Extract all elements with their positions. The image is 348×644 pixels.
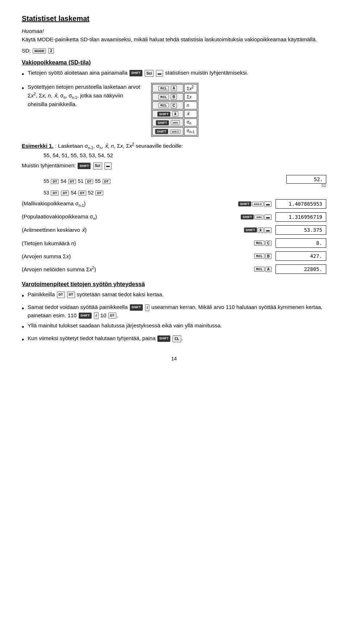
calc-block-3: (Aritmeettinen keskiarvo x̄) SHIFT x̄ ▬ …	[22, 225, 326, 235]
dt-key-2: DT	[68, 179, 76, 184]
warn-text-3: Yllä mainitut tulokset saadaan halutussa…	[28, 322, 326, 330]
xsn-key-b2: xσn	[254, 215, 264, 219]
block-label-3: (Aritmeettinen keskiarvo x̄)	[22, 227, 138, 233]
warning-item-3: • Yllä mainitut tulokset saadaan halutus…	[22, 322, 326, 332]
xsn1-key-b1: xσn-1	[252, 202, 264, 206]
warn-text-4: Kun viimeksi syötetyt tiedot halutaan ty…	[28, 334, 326, 343]
warning-item-4: • Kun viimeksi syötetyt tiedot halutaan …	[22, 334, 326, 345]
block-keys-4: RCL C	[138, 241, 272, 246]
block-result-6: 22805.	[276, 264, 326, 274]
warning-title: Varotoimenpiteet tietojen syötön yhteyde…	[22, 281, 326, 288]
i-warn-2: i	[145, 304, 150, 311]
warning-section: Varotoimenpiteet tietojen syötön yhteyde…	[22, 281, 326, 345]
example-section: Esimerkki 1. : Lasketaan σn-1, σn, x̄, n…	[22, 142, 326, 170]
sd-line: SD: MODE 2	[22, 47, 326, 54]
bullet-text-1: Tietojen syöttö aloitetaan aina painamal…	[28, 69, 326, 77]
block-keys-2: SHIFT xσn ▬	[138, 214, 272, 220]
block-result-3: 53.375	[276, 225, 326, 235]
data-row-2: 53 DT DT 54 DT 52 DT	[44, 190, 326, 196]
warn-dot-2: •	[22, 304, 24, 314]
display-sub-1: SD	[286, 184, 326, 188]
warn-dot-1: •	[22, 291, 24, 301]
block-result-2: 1.316956719	[276, 212, 326, 222]
shift-key-b3: SHIFT	[244, 227, 257, 233]
bullet-section-2: • Syötettyjen tietojen perusteella laske…	[22, 83, 326, 137]
block-label-2: (Populaatiovakiopoikkeama σn)	[22, 213, 138, 221]
cl-warn-4: CL	[173, 335, 181, 342]
example-line-1: Esimerkki 1. : Lasketaan σn-1, σn, x̄, n…	[22, 142, 326, 160]
block-label-4: (Tietojen lukumäärä n)	[22, 240, 138, 246]
shift-key-t1: SHIFT	[157, 112, 170, 117]
dt-key-1: DT	[51, 179, 59, 184]
xsn-key-1: xσn	[171, 120, 180, 125]
dt-key-5: DT	[51, 191, 59, 196]
rcl-key-b5: RCL	[254, 254, 265, 259]
sci-key-m: Sci	[93, 162, 102, 170]
rcl-key-b4: RCL	[254, 241, 265, 246]
warn-dot-3: •	[22, 322, 24, 332]
dt-warn-1: DT	[57, 292, 65, 298]
example-data: 55, 54, 51, 55, 53, 53, 54, 52	[44, 152, 113, 158]
example-text: : Lasketaan σn-1, σn, x̄, n, Σx, Σx2 seu…	[55, 143, 183, 149]
warn-dot-4: •	[22, 335, 24, 345]
block-label-5: (Arvojen summa Σx)	[22, 253, 138, 259]
keys-row-1: 55 DT 54 DT 51 DT 55 DT	[44, 178, 283, 184]
shift-warn-2: SHIFT	[130, 304, 143, 311]
formula-result-1: Σx2	[184, 84, 197, 92]
xbar-key-b3: x̄	[258, 227, 264, 233]
huomaa-label: Huomaa!	[22, 28, 326, 34]
formula-result-3: n	[184, 101, 197, 109]
calc-block-4: (Tietojen lukumäärä n) RCL C 8.	[22, 238, 326, 248]
block-keys-6: RCL A	[138, 267, 272, 272]
shift-key-t3: SHIFT	[155, 129, 168, 134]
two-key: 2	[48, 48, 54, 54]
bullet-dot-2: •	[22, 84, 24, 93]
display-val-1: 52.	[286, 175, 326, 184]
bullet-item-1: • Tietojen syöttö aloitetaan aina painam…	[22, 69, 326, 79]
warning-item-1: • Painikkeilla DT DT syötetään samat tie…	[22, 290, 326, 301]
dt-key-8: DT	[95, 191, 103, 196]
calc-block-1: (Mallivakiopoikkeama σn-1) SHIFT xσn-1 ▬…	[22, 199, 326, 209]
rcl-key-c1: RCL	[158, 103, 169, 108]
b-key-b5: B	[265, 254, 272, 259]
warn-text-2: Samat tiedot voidaan syöttää painikkeell…	[28, 303, 326, 319]
formula-result-6: σn-1	[184, 127, 197, 135]
sci-key: Sci	[145, 70, 154, 77]
formula-side-table: RCL A Σx2 RCL B Σx RCL C n SHIFT x̄ x̄ S…	[151, 83, 198, 137]
calc-area: 55 DT 54 DT 51 DT 55 DT 52. SD 53 DT DT …	[44, 175, 326, 196]
data-row-1: 55 DT 54 DT 51 DT 55 DT 52. SD	[44, 175, 326, 188]
mode-key: MODE	[33, 49, 46, 54]
formula-result-2: Σx	[184, 93, 197, 101]
shift-warn-3: SHIFT	[79, 313, 92, 319]
block-result-5: 427.	[276, 251, 326, 261]
dt-warn-3: DT	[108, 313, 116, 319]
c-key-b4: C	[265, 241, 272, 246]
block-label-1: (Mallivakiopoikkeama σn-1)	[22, 200, 138, 208]
bullet-dot-1: •	[22, 70, 24, 79]
warning-bullets: • Painikkeilla DT DT syötetään samat tie…	[22, 290, 326, 345]
page-number: 14	[22, 356, 326, 361]
warn-text-1: Painikkeilla DT DT syötetään samat tiedo…	[28, 290, 326, 299]
xsn1-key-1: xσn-1	[170, 130, 181, 134]
dt-key-4: DT	[103, 179, 111, 184]
dt-key-6: DT	[61, 191, 69, 196]
memory-label: Muistin tyhjentäminen:	[22, 162, 77, 168]
eq-key-b2: ▬	[264, 214, 272, 220]
formula-result-5: σn	[184, 118, 197, 126]
calc-block-6: (Arvojen neliöiden summa Σx2) RCL A 2280…	[22, 264, 326, 274]
shift-key-b1: SHIFT	[238, 201, 251, 206]
b-key-1: B	[171, 94, 177, 100]
block-keys-5: RCL B	[138, 254, 272, 259]
rcl-key-b6: RCL	[254, 267, 265, 272]
i-warn-3: i	[94, 312, 99, 319]
section1-title: Vakiopoikkeama (SD-tila)	[22, 59, 326, 66]
dt-warn-2: DT	[67, 292, 75, 298]
display-1: 52. SD	[286, 175, 326, 188]
eq-key-m: ▬	[104, 162, 112, 170]
block-keys-3: SHIFT x̄ ▬	[138, 227, 272, 233]
eq-key-1: ▬	[156, 70, 163, 77]
block-result-4: 8.	[276, 238, 326, 248]
bullet-section-1: • Tietojen syöttö aloitetaan aina painam…	[22, 69, 326, 79]
memory-clear-line: Muistin tyhjentäminen: SHIFT Sci ▬	[22, 161, 326, 170]
block-keys-1: SHIFT xσn-1 ▬	[138, 201, 272, 207]
